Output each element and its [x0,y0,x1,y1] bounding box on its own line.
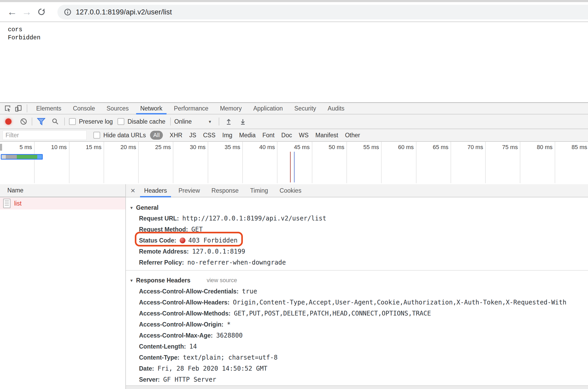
timeline-tick: 65 ms [416,142,451,183]
address-bar[interactable]: 127.0.0.1:8199/api.v2/user/list [57,5,588,19]
header-label: Content-Type: [139,354,179,361]
separator [170,118,171,125]
header-item-server: Server: GF HTTP Server [139,374,588,385]
timeline-tick: 5 ms [0,142,35,183]
detail-tab-response[interactable]: Response [206,184,244,197]
header-label: Access-Control-Allow-Headers: [139,299,229,306]
header-value: 14 [189,343,197,350]
filter-type-all[interactable]: All [150,131,163,140]
triangle-down-icon: ▼ [130,278,133,283]
network-overview-timeline[interactable]: 5 ms 10 ms 15 ms 20 ms 25 ms 30 ms 35 ms… [0,142,588,183]
hide-data-urls-checkbox[interactable] [93,132,100,139]
detail-tab-cookies[interactable]: Cookies [274,184,307,197]
disable-cache-checkbox[interactable] [117,118,124,125]
record-button[interactable] [5,118,12,125]
detail-tab-preview[interactable]: Preview [173,184,206,197]
general-items: Request URL: http://127.0.0.1:8199/api.v… [126,213,588,268]
filter-type-ws[interactable]: WS [299,132,308,139]
devtools-tab-network[interactable]: Network [135,103,168,114]
timeline-tick: 10 ms [35,142,69,183]
devtools-tab-security[interactable]: Security [288,103,322,114]
detail-tab-timing[interactable]: Timing [244,184,274,197]
devtools-tab-performance[interactable]: Performance [168,103,214,114]
requests-column-header[interactable]: Name [0,184,125,197]
close-icon[interactable]: × [131,187,135,194]
header-item-acam: Access-Control-Allow-Methods: GET,PUT,PO… [139,308,588,319]
header-item-status-code: Status Code: 403 Forbidden [139,235,588,246]
reload-button[interactable] [34,8,49,16]
hide-data-urls-label[interactable]: Hide data URLs [103,132,146,139]
info-icon[interactable] [64,8,72,16]
search-icon [52,118,59,125]
document-icon [3,199,10,208]
header-item-acac: Access-Control-Allow-Credentials: true [139,286,588,297]
separator [32,118,32,125]
detail-tabbar: × Headers Preview Response Timing Cookie… [126,184,588,197]
clear-button[interactable] [20,118,27,125]
header-label: Status Code: [139,237,176,244]
preserve-log-label[interactable]: Preserve log [79,118,113,125]
separator [27,104,27,112]
device-toolbar-button[interactable] [13,104,24,113]
header-label: Access-Control-Allow-Origin: [139,321,223,328]
header-label: Access-Control-Allow-Methods: [139,310,231,317]
filter-type-font[interactable]: Font [263,132,275,139]
devtools-tabbar: Elements Console Sources Network Perform… [0,103,588,114]
search-button[interactable] [52,118,59,125]
header-label: Date: [139,365,154,372]
timeline-tick: 80 ms [520,142,555,183]
filter-type-xhr[interactable]: XHR [170,132,183,139]
request-detail-panel: × Headers Preview Response Timing Cookie… [126,184,588,389]
devtools-tab-audits[interactable]: Audits [322,103,350,114]
header-item-acao: Access-Control-Allow-Origin: * [139,319,588,330]
filter-input[interactable] [3,130,87,140]
inspect-element-button[interactable] [3,104,13,113]
request-waterfall-bar[interactable] [1,154,43,160]
timeline-tick: 30 ms [173,142,208,183]
detail-tab-headers[interactable]: Headers [138,184,173,197]
filter-type-manifest[interactable]: Manifest [316,132,338,139]
disable-cache-label[interactable]: Disable cache [127,118,165,125]
devtools-tab-elements[interactable]: Elements [30,103,67,114]
throttling-value: Online [174,118,192,125]
filter-type-media[interactable]: Media [239,132,256,139]
throttling-dropdown[interactable]: Online ▼ [174,118,212,125]
window-top-strip [0,0,588,2]
header-item-acah: Access-Control-Allow-Headers: Origin,Con… [139,297,588,308]
horizontal-scrollbar[interactable] [126,385,588,389]
forward-button[interactable]: → [19,7,34,17]
header-item-remote-address: Remote Address: 127.0.0.1:8199 [139,246,588,257]
filter-type-other[interactable]: Other [345,132,360,139]
filter-funnel-icon [37,118,45,125]
header-value: * [227,321,231,328]
preserve-log-checkbox[interactable] [69,118,76,125]
devtools-panel: Elements Console Sources Network Perform… [0,102,588,389]
clear-icon [20,118,27,125]
request-row[interactable]: list [0,197,125,209]
filter-type-img[interactable]: Img [222,132,232,139]
devtools-tab-application[interactable]: Application [248,103,289,114]
devtools-tab-memory[interactable]: Memory [214,103,248,114]
header-label: Referrer Policy: [139,259,184,266]
download-icon [239,118,247,125]
waterfall-queueing-segment [2,155,6,159]
header-value: GF HTTP Server [163,376,216,383]
general-section-toggle[interactable]: ▼ General [130,204,588,212]
header-value: GET,PUT,POST,DELETE,PATCH,HEAD,CONNECT,O… [234,310,431,317]
response-headers-section-toggle[interactable]: ▼ Response Headers view source [130,276,588,284]
export-har-button[interactable] [239,118,247,125]
view-source-link[interactable]: view source [207,277,237,284]
devtools-tab-sources[interactable]: Sources [101,103,134,114]
back-button[interactable]: ← [5,7,19,17]
devtools-tab-console[interactable]: Console [67,103,101,114]
request-name: list [14,200,22,207]
triangle-down-icon: ▼ [130,206,133,210]
filter-type-css[interactable]: CSS [203,132,215,139]
general-section-title: General [136,204,159,211]
filter-toggle-button[interactable] [37,118,45,125]
import-har-button[interactable] [225,118,232,125]
filter-type-doc[interactable]: Doc [281,132,292,139]
header-label: Remote Address: [139,248,189,255]
upload-icon [225,118,232,125]
filter-type-js[interactable]: JS [189,132,196,139]
